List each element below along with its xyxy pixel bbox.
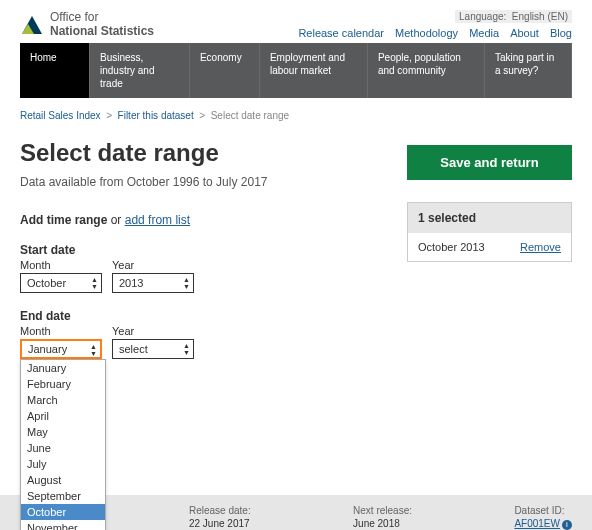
start-month-select[interactable]: October▲▼ xyxy=(20,273,102,293)
link-blog[interactable]: Blog xyxy=(550,27,572,39)
crumb-filter[interactable]: Filter this dataset xyxy=(118,110,194,121)
ons-logo-icon xyxy=(20,12,44,36)
month-option[interactable]: March xyxy=(21,392,105,408)
selected-head: 1 selected xyxy=(408,203,571,233)
month-option[interactable]: November xyxy=(21,520,105,530)
start-date-title: Start date xyxy=(20,243,375,257)
select-arrows-icon: ▲▼ xyxy=(91,276,98,290)
main-nav: Home Business, industry and trade Econom… xyxy=(20,43,572,98)
select-arrows-icon: ▲▼ xyxy=(183,276,190,290)
month-option[interactable]: February xyxy=(21,376,105,392)
next-release: June 2018 xyxy=(353,518,412,529)
nav-home[interactable]: Home xyxy=(20,43,90,98)
nav-business[interactable]: Business, industry and trade xyxy=(90,43,190,98)
end-date-title: End date xyxy=(20,309,375,323)
ons-logo: Office for National Statistics xyxy=(20,10,154,39)
crumb-current: Select date range xyxy=(211,110,289,121)
nav-survey[interactable]: Taking part in a survey? xyxy=(485,43,572,98)
end-year-label: Year xyxy=(112,325,194,337)
language-bar: Language: English (EN) xyxy=(290,10,572,23)
month-option[interactable]: April xyxy=(21,408,105,424)
month-option[interactable]: August xyxy=(21,472,105,488)
link-media[interactable]: Media xyxy=(469,27,499,39)
release-date: 22 June 2017 xyxy=(189,518,251,529)
month-option[interactable]: January xyxy=(21,360,105,376)
next-release-label: Next release: xyxy=(353,505,412,516)
remove-link[interactable]: Remove xyxy=(520,241,561,253)
dataset-id-label: Dataset ID: xyxy=(514,505,572,516)
start-year-select[interactable]: 2013▲▼ xyxy=(112,273,194,293)
month-option[interactable]: June xyxy=(21,440,105,456)
crumb-retail[interactable]: Retail Sales Index xyxy=(20,110,101,121)
data-available: Data available from October 1996 to July… xyxy=(20,175,375,189)
page-title: Select date range xyxy=(20,139,375,167)
end-month-select[interactable]: January▲▼ JanuaryFebruaryMarchAprilMayJu… xyxy=(20,339,102,359)
add-range-line: Add time range or add from list xyxy=(20,213,375,227)
save-and-return-button[interactable]: Save and return xyxy=(407,145,572,180)
info-icon[interactable]: i xyxy=(562,520,572,530)
add-from-list-link[interactable]: add from list xyxy=(125,213,190,227)
month-option[interactable]: October xyxy=(21,504,105,520)
release-date-label: Release date: xyxy=(189,505,251,516)
nav-people[interactable]: People, population and community xyxy=(368,43,485,98)
nav-economy[interactable]: Economy xyxy=(190,43,260,98)
logo-line1: Office for xyxy=(50,10,154,24)
start-year-label: Year xyxy=(112,259,194,271)
month-option[interactable]: July xyxy=(21,456,105,472)
end-month-dropdown: JanuaryFebruaryMarchAprilMayJuneJulyAugu… xyxy=(20,359,106,530)
selected-item: October 2013 xyxy=(418,241,485,253)
breadcrumb: Retail Sales Index > Filter this dataset… xyxy=(0,98,592,129)
logo-line2: National Statistics xyxy=(50,24,154,38)
start-month-label: Month xyxy=(20,259,102,271)
link-about[interactable]: About xyxy=(510,27,539,39)
end-month-label: Month xyxy=(20,325,102,337)
link-release-calendar[interactable]: Release calendar xyxy=(298,27,384,39)
dataset-id-link[interactable]: AF001EW xyxy=(514,518,560,529)
link-methodology[interactable]: Methodology xyxy=(395,27,458,39)
month-option[interactable]: September xyxy=(21,488,105,504)
end-year-select[interactable]: select▲▼ xyxy=(112,339,194,359)
month-option[interactable]: May xyxy=(21,424,105,440)
selected-box: 1 selected October 2013 Remove xyxy=(407,202,572,262)
select-arrows-icon: ▲▼ xyxy=(183,342,190,356)
select-arrows-icon: ▲▼ xyxy=(90,343,97,357)
nav-employment[interactable]: Employment and labour market xyxy=(260,43,368,98)
